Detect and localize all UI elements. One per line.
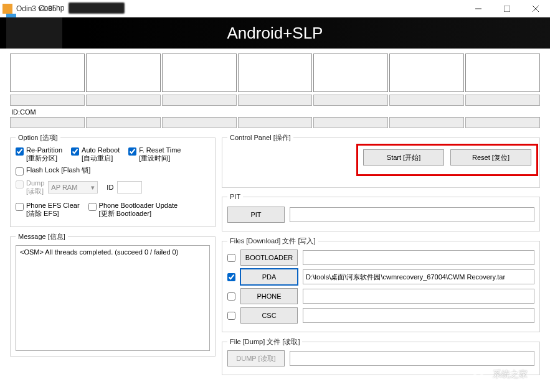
control-legend: Control Panel [操作] <box>227 133 293 142</box>
app-icon <box>2 4 12 14</box>
pit-panel: PIT PIT <box>222 193 540 231</box>
idcom-slot[interactable] <box>389 117 464 128</box>
start-button[interactable]: Start [开始] <box>363 149 444 166</box>
window-titlebar: Odin3 v1.85 Cool hp <box>0 0 550 17</box>
apram-select: AP RAM ▾ <box>48 181 98 194</box>
csc-button[interactable]: CSC <box>240 307 298 324</box>
banner-smudge <box>6 17 62 49</box>
dump-button: DUMP [读取] <box>227 350 285 366</box>
svg-rect-1 <box>504 6 510 12</box>
dump-checkbox[interactable]: Dump[读取] <box>16 179 44 195</box>
thumbnail-slot <box>389 54 464 92</box>
csc-path-input[interactable] <box>303 308 534 323</box>
thumbnail-slot <box>10 54 85 92</box>
watermark: 系统之家 XITONGZHIJIA.NET <box>468 367 544 388</box>
idcom-label: ID:COM <box>11 108 540 116</box>
option-panel: Option [选项] Re-Partition[重新分区] Auto Rebo… <box>10 133 216 227</box>
message-legend: Message [信息] <box>16 232 68 241</box>
thumbnail-slot <box>238 54 313 92</box>
message-log[interactable]: <OSM> All threads completed. (succeed 0 … <box>16 245 210 351</box>
dump-path-input[interactable] <box>290 351 534 366</box>
watermark-sub: XITONGZHIJIA.NET <box>493 380 544 386</box>
thumbnail-slot <box>465 54 540 92</box>
titlebar-smudge <box>69 2 125 14</box>
idcom-slot[interactable] <box>465 117 540 128</box>
progress-slot <box>10 95 85 106</box>
filedump-legend: File [Dump] 文件 [读取] <box>227 337 302 347</box>
pit-legend: PIT <box>227 193 243 200</box>
control-panel: Control Panel [操作] Start [开始] Reset [复位] <box>222 133 540 188</box>
header-banner: Android+SLP <box>0 17 550 49</box>
progress-slot <box>313 95 388 106</box>
watermark-text: 系统之家 <box>493 369 528 379</box>
id-label: ID <box>107 184 113 191</box>
close-button[interactable] <box>521 0 550 17</box>
house-icon <box>468 367 489 388</box>
start-reset-highlight: Start [开始] Reset [复位] <box>356 144 538 176</box>
message-panel: Message [信息] <OSM> All threads completed… <box>10 232 216 357</box>
progress-slot <box>238 95 313 106</box>
bootloader-button[interactable]: BOOTLOADER <box>240 250 298 266</box>
pit-path-input[interactable] <box>290 207 534 222</box>
idcom-row <box>10 117 540 128</box>
bootloader-path-input[interactable] <box>303 250 534 265</box>
progress-slot <box>162 95 237 106</box>
banner-title: Android+SLP <box>227 24 323 43</box>
pda-button[interactable]: PDA <box>240 269 298 285</box>
thumbnail-row <box>10 54 540 92</box>
reset-button[interactable]: Reset [复位] <box>450 149 531 166</box>
minimize-button[interactable] <box>464 0 493 17</box>
csc-checkbox[interactable] <box>227 312 235 320</box>
progress-slot <box>389 95 464 106</box>
pda-checkbox[interactable] <box>227 273 235 281</box>
idcom-slot[interactable] <box>86 117 161 128</box>
progress-slot <box>86 95 161 106</box>
thumbnail-slot <box>86 54 161 92</box>
idcom-slot[interactable] <box>162 117 237 128</box>
flashlock-checkbox[interactable]: Flash Lock [Flash 锁] <box>16 166 90 175</box>
files-panel: Files [Download] 文件 [写入] BOOTLOADER PDA … <box>222 236 540 332</box>
id-input[interactable] <box>117 181 142 194</box>
progress-slot <box>465 95 540 106</box>
pda-path-input[interactable] <box>303 269 534 284</box>
fresettime-checkbox[interactable]: F. Reset Time[重设时间] <box>128 146 181 162</box>
progress-row <box>10 95 540 106</box>
phone-button[interactable]: PHONE <box>240 288 298 304</box>
phone-checkbox[interactable] <box>227 292 235 301</box>
maximize-button[interactable] <box>493 0 521 17</box>
bootloader-update-checkbox[interactable]: Phone Bootloader Update[更新 Bootloader] <box>88 202 178 218</box>
autoreboot-checkbox[interactable]: Auto Reboot[自动重启] <box>71 146 120 162</box>
idcom-slot[interactable] <box>313 117 388 128</box>
files-legend: Files [Download] 文件 [写入] <box>227 236 318 246</box>
repartition-checkbox[interactable]: Re-Partition[重新分区] <box>16 146 62 162</box>
phone-path-input[interactable] <box>303 289 534 304</box>
thumbnail-slot <box>313 54 388 92</box>
idcom-slot[interactable] <box>238 117 313 128</box>
idcom-slot[interactable] <box>10 117 85 128</box>
thumbnail-slot <box>162 54 237 92</box>
option-legend: Option [选项] <box>16 133 60 142</box>
bootloader-checkbox[interactable] <box>227 254 235 262</box>
chevron-down-icon: ▾ <box>91 184 95 192</box>
titlebar-extra-text: Cool hp <box>39 4 64 12</box>
efsclear-checkbox[interactable]: Phone EFS Clear[清除 EFS] <box>16 202 80 218</box>
pit-button[interactable]: PIT <box>227 207 285 223</box>
